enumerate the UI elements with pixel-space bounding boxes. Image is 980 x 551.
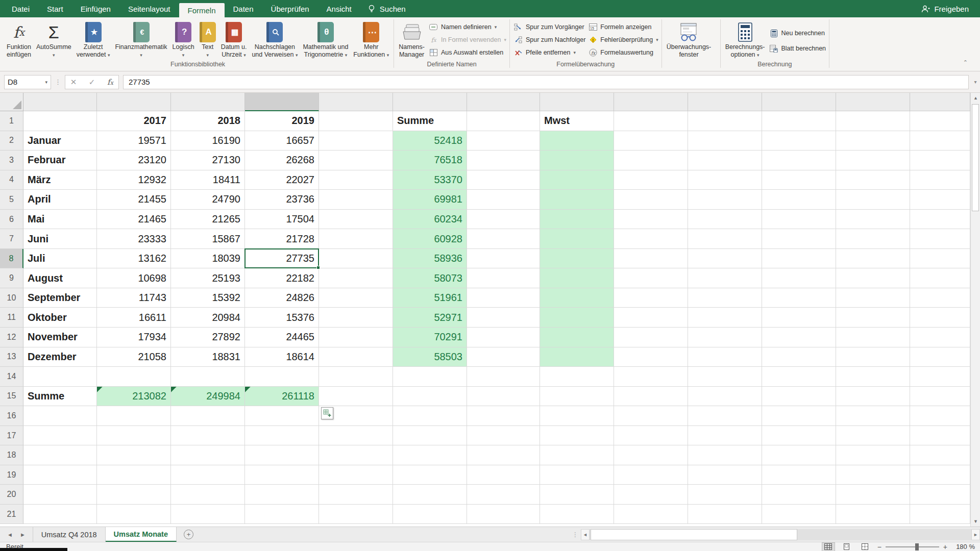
page-layout-view-button[interactable] — [841, 543, 853, 551]
cell-A18[interactable] — [23, 445, 97, 465]
error-checking-button[interactable]: ! Fehlerüberprüfung▾ — [589, 35, 658, 45]
cell-F14[interactable] — [393, 367, 467, 387]
cell-K9[interactable] — [762, 268, 836, 288]
column-header-G[interactable] — [467, 93, 540, 111]
define-name-button[interactable]: Namen definieren▾ — [429, 22, 506, 32]
cell-B19[interactable] — [97, 465, 171, 485]
cell-I13[interactable] — [614, 347, 688, 367]
cell-G17[interactable] — [467, 426, 540, 446]
cell-M13[interactable] — [910, 347, 970, 367]
cell-B15[interactable]: 213082 — [97, 387, 171, 407]
cell-K17[interactable] — [762, 426, 836, 446]
cell-L14[interactable] — [836, 367, 910, 387]
cell-J12[interactable] — [688, 328, 762, 347]
sheet-tab-umsatz-q4-2018[interactable]: Umsatz Q4 2018 — [33, 527, 106, 542]
cell-M12[interactable] — [910, 328, 970, 347]
vertical-scrollbar-thumb[interactable] — [972, 104, 979, 211]
cell-L17[interactable] — [836, 426, 910, 446]
cell-A14[interactable] — [23, 367, 97, 387]
cell-A8[interactable]: Juli — [23, 249, 97, 269]
cell-K19[interactable] — [762, 465, 836, 485]
cell-M20[interactable] — [910, 485, 970, 505]
row-header-9[interactable]: 9 — [0, 268, 23, 288]
horizontal-scrollbar-thumb[interactable] — [591, 529, 797, 540]
cell-K15[interactable] — [762, 387, 836, 407]
cell-H15[interactable] — [540, 387, 614, 407]
logical-button[interactable]: ? Logisch▾ — [170, 19, 197, 60]
cell-E17[interactable] — [319, 426, 393, 446]
formula-input[interactable]: 27735 — [123, 75, 969, 89]
column-header-M[interactable] — [910, 93, 970, 111]
cell-C2[interactable]: 16190 — [171, 131, 245, 151]
row-header-5[interactable]: 5 — [0, 190, 23, 210]
cell-K12[interactable] — [762, 328, 836, 347]
cell-G18[interactable] — [467, 445, 540, 465]
cell-B9[interactable]: 10698 — [97, 268, 171, 288]
cell-M16[interactable] — [910, 406, 970, 426]
cell-F6[interactable]: 60234 — [393, 210, 467, 230]
cell-A13[interactable]: Dezember — [23, 347, 97, 367]
cell-C18[interactable] — [171, 445, 245, 465]
cell-F1[interactable]: Summe — [393, 111, 467, 131]
menu-tab-überprüfen[interactable]: Überprüfen — [262, 0, 318, 17]
cell-E9[interactable] — [319, 268, 393, 288]
scroll-down-icon[interactable]: ▼ — [971, 516, 980, 527]
row-header-1[interactable]: 1 — [0, 111, 23, 131]
cell-H14[interactable] — [540, 367, 614, 387]
cell-B4[interactable]: 12932 — [97, 170, 171, 190]
name-box-dropdown-icon[interactable]: ▾ — [45, 80, 47, 85]
new-sheet-button[interactable]: + — [177, 527, 201, 542]
cell-K18[interactable] — [762, 445, 836, 465]
cell-F21[interactable] — [393, 505, 467, 524]
cell-B7[interactable]: 23333 — [97, 229, 171, 249]
cell-D5[interactable]: 23736 — [245, 190, 319, 210]
column-header-J[interactable] — [688, 93, 762, 111]
cell-D16[interactable] — [245, 406, 319, 426]
cell-H21[interactable] — [540, 505, 614, 524]
page-break-view-button[interactable] — [859, 543, 871, 551]
cell-A7[interactable]: Juni — [23, 229, 97, 249]
column-header-E[interactable] — [319, 93, 393, 111]
cell-B20[interactable] — [97, 485, 171, 505]
cell-L16[interactable] — [836, 406, 910, 426]
cell-F9[interactable]: 58073 — [393, 268, 467, 288]
cell-K13[interactable] — [762, 347, 836, 367]
more-functions-button[interactable]: ⋯ MehrFunktionen ▾ — [351, 19, 391, 60]
cell-J10[interactable] — [688, 288, 762, 308]
cell-M19[interactable] — [910, 465, 970, 485]
cell-E19[interactable] — [319, 465, 393, 485]
cell-K3[interactable] — [762, 151, 836, 170]
normal-view-button[interactable] — [822, 543, 835, 551]
cell-M17[interactable] — [910, 426, 970, 446]
column-header-A[interactable] — [23, 93, 97, 111]
cell-F7[interactable]: 60928 — [393, 229, 467, 249]
cell-B8[interactable]: 13162 — [97, 249, 171, 269]
cell-B16[interactable] — [97, 406, 171, 426]
cell-M15[interactable] — [910, 387, 970, 407]
column-header-I[interactable] — [614, 93, 688, 111]
cell-D20[interactable] — [245, 485, 319, 505]
cell-J8[interactable] — [688, 249, 762, 269]
column-header-H[interactable] — [540, 93, 614, 111]
cell-I21[interactable] — [614, 505, 688, 524]
cell-A20[interactable] — [23, 485, 97, 505]
cell-F3[interactable]: 76518 — [393, 151, 467, 170]
cell-E21[interactable] — [319, 505, 393, 524]
cell-G9[interactable] — [467, 268, 540, 288]
cell-E5[interactable] — [319, 190, 393, 210]
cell-I1[interactable] — [614, 111, 688, 131]
row-header-6[interactable]: 6 — [0, 210, 23, 230]
cell-A21[interactable] — [23, 505, 97, 524]
row-header-13[interactable]: 13 — [0, 347, 23, 367]
cell-E20[interactable] — [319, 485, 393, 505]
calculate-sheet-button[interactable]: Blatt berechnen — [770, 43, 826, 54]
cell-G1[interactable] — [467, 111, 540, 131]
scroll-up-icon[interactable]: ▲ — [971, 93, 980, 103]
recently-used-button[interactable]: ★ Zuletztverwendet ▾ — [74, 19, 113, 60]
cell-M11[interactable] — [910, 308, 970, 328]
cell-I11[interactable] — [614, 308, 688, 328]
cell-C9[interactable]: 25193 — [171, 268, 245, 288]
select-all-corner[interactable] — [0, 93, 23, 111]
name-manager-button[interactable]: Namens-Manager — [396, 19, 427, 60]
zoom-in-icon[interactable]: + — [943, 543, 947, 551]
